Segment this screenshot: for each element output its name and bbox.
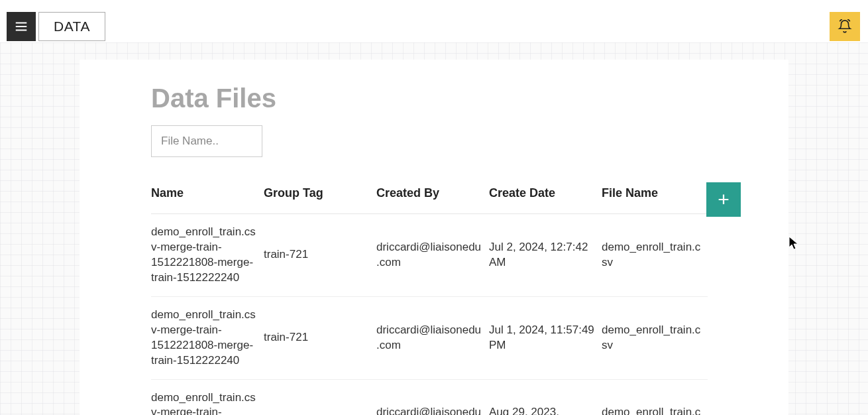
cell-group-tag: train-721 bbox=[264, 379, 376, 415]
cell-create-date: Aug 29, 2023, 12:35:7 AM bbox=[489, 379, 602, 415]
main-panel: Data Files + Name Group Tag Created By C… bbox=[80, 60, 788, 415]
table-row[interactable]: demo_enroll_train.csv-merge-train-151222… bbox=[151, 296, 708, 379]
cell-file-name: demo_enroll_train.csv bbox=[602, 214, 708, 297]
add-button[interactable]: + bbox=[706, 182, 741, 217]
page-title: Data Files bbox=[151, 84, 749, 113]
column-header-created-by[interactable]: Created By bbox=[376, 186, 489, 214]
cell-file-name: demo_enroll_train.csv bbox=[602, 379, 708, 415]
cell-create-date: Jul 2, 2024, 12:7:42 AM bbox=[489, 214, 602, 297]
cell-name: demo_enroll_train.csv-merge-train-151222… bbox=[151, 379, 264, 415]
cursor-icon bbox=[788, 236, 799, 251]
cell-file-name: demo_enroll_train.csv bbox=[602, 296, 708, 379]
table-row[interactable]: demo_enroll_train.csv-merge-train-151222… bbox=[151, 214, 708, 297]
cell-created-by: driccardi@liaisonedu.com bbox=[376, 214, 489, 297]
column-header-name[interactable]: Name bbox=[151, 186, 264, 214]
menu-button[interactable] bbox=[7, 12, 36, 41]
cell-group-tag: train-721 bbox=[264, 296, 376, 379]
data-files-table: Name Group Tag Created By Create Date Fi… bbox=[151, 186, 708, 415]
cell-create-date: Jul 1, 2024, 11:57:49 PM bbox=[489, 296, 602, 379]
bell-icon bbox=[838, 19, 852, 34]
notifications-button[interactable] bbox=[830, 12, 860, 41]
cell-name: demo_enroll_train.csv-merge-train-151222… bbox=[151, 214, 264, 297]
cell-created-by: driccardi@liaisonedu.com bbox=[376, 379, 489, 415]
column-header-create-date[interactable]: Create Date bbox=[489, 186, 602, 214]
column-header-file-name[interactable]: File Name bbox=[602, 186, 708, 214]
cell-name: demo_enroll_train.csv-merge-train-151222… bbox=[151, 296, 264, 379]
column-header-group-tag[interactable]: Group Tag bbox=[264, 186, 376, 214]
hamburger-icon bbox=[14, 19, 28, 34]
file-name-search-input[interactable] bbox=[151, 125, 262, 157]
table-row[interactable]: demo_enroll_train.csv-merge-train-151222… bbox=[151, 379, 708, 415]
breadcrumb[interactable]: DATA bbox=[38, 12, 105, 41]
cell-group-tag: train-721 bbox=[264, 214, 376, 297]
cell-created-by: driccardi@liaisonedu.com bbox=[376, 296, 489, 379]
